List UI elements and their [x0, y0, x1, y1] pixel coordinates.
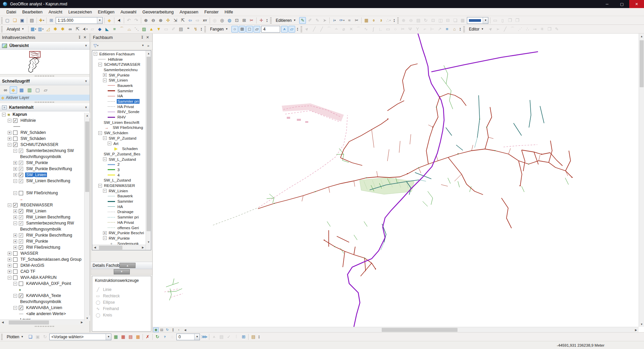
fachbaum-tree-item[interactable]: −SCHMUTZWASSER: [92, 62, 146, 67]
layer-checkbox[interactable]: ✓: [19, 221, 23, 226]
annotation-construct-down-icon[interactable]: ▼: [155, 26, 162, 33]
layer-checkbox[interactable]: [13, 276, 17, 280]
toolbar-grip[interactable]: [301, 26, 302, 32]
layer-checkbox[interactable]: [13, 137, 17, 141]
construction-tool-ellipse[interactable]: ◯Ellipse: [95, 299, 148, 305]
expand-icon[interactable]: +: [13, 167, 17, 171]
zoom-in-icon[interactable]: ⊕: [143, 17, 149, 24]
toolbar-overflow-icon[interactable]: ▾▾: [265, 17, 269, 24]
collapse-icon[interactable]: −: [8, 203, 11, 207]
expand-icon[interactable]: +: [8, 131, 11, 135]
toolbar-overflow-icon[interactable]: ▾▾: [257, 334, 261, 340]
fachbaum-filter-icon[interactable]: ▽▾: [93, 42, 99, 49]
panel-splitter[interactable]: [0, 101, 90, 103]
zoom-out-icon[interactable]: ⊖: [150, 17, 157, 24]
fachbaum-label[interactable]: 4: [117, 173, 120, 178]
layer-label[interactable]: RW_Linien Beschriftung: [25, 215, 71, 219]
construction-tool-rechteck[interactable]: ▭Rechteck: [95, 293, 148, 299]
expand-icon[interactable]: +: [8, 252, 11, 255]
plot-counter[interactable]: 0▼: [176, 334, 200, 340]
fachbaum-tree-item[interactable]: ▶Schaden: [92, 146, 146, 151]
pause-drawing-button[interactable]: ∥: [170, 328, 176, 332]
toc-tree-item[interactable]: −✓SW_Linien Beschriftung: [0, 178, 90, 184]
fachbaum-label[interactable]: SW_L_Zustand: [103, 178, 131, 183]
fachbaum-tree-item[interactable]: SW_Linien Beschrift: [92, 120, 146, 125]
map-canvas[interactable]: [153, 34, 639, 327]
uebersicht-header[interactable]: Übersicht ▼: [0, 42, 90, 50]
layer-checkbox[interactable]: ✓: [19, 215, 23, 219]
toc-tree-item[interactable]: +CAD TF: [0, 268, 90, 275]
expand-icon[interactable]: +: [13, 161, 17, 165]
menu-lesezeichen[interactable]: Lesezeichen: [65, 9, 95, 15]
fachbaum-label[interactable]: Drainage: [117, 209, 134, 214]
layer-label[interactable]: RW_Linien: [25, 209, 47, 213]
refresh-draw-button[interactable]: ↻: [165, 328, 170, 332]
fangen-menu[interactable]: Fangen▼: [208, 26, 230, 33]
construction-tool-kreis[interactable]: ◯Kreis: [95, 312, 148, 318]
toc-vertical-scrollbar[interactable]: ▲ ▼: [84, 113, 90, 321]
fachbaum-tree-item[interactable]: HA: [92, 94, 146, 99]
collapse-icon[interactable]: −: [13, 221, 17, 225]
fachbaum-label[interactable]: SW_Punkte: [108, 73, 130, 78]
fachbaum-tree-item[interactable]: +SW_Punkte: [92, 72, 146, 78]
layer-checkbox[interactable]: ✓: [13, 203, 17, 207]
fachbaum-tree-item[interactable]: Sammlerbezeichnu: [92, 67, 146, 72]
toolbar-grip[interactable]: [1, 334, 3, 340]
expand-icon[interactable]: +: [13, 246, 17, 249]
expand-icon[interactable]: +: [103, 231, 107, 235]
collapse-icon[interactable]: −: [13, 294, 17, 298]
collapse-down-icon[interactable]: ▼: [114, 269, 130, 275]
layer-label[interactable]: SW_Punkte Beschriftung: [25, 166, 73, 171]
collapse-icon[interactable]: −: [8, 143, 11, 147]
toc-tree-item[interactable]: +✓RW_Punkte Beschriftung: [0, 232, 90, 238]
dropdown-arrow-icon[interactable]: ▼: [140, 43, 146, 48]
toc-tree-item[interactable]: −✓REGENWASSER: [0, 202, 90, 208]
layer-checkbox[interactable]: [13, 269, 17, 274]
annotation-3-icon[interactable]: 3: [378, 17, 384, 24]
layer-label[interactable]: <alle anderen Werte>: [25, 311, 67, 316]
toc-tree-item[interactable]: [0, 123, 90, 130]
layers-green-icon[interactable]: ≡: [111, 26, 118, 33]
fixed-zoom-in-icon[interactable]: ⇲: [172, 17, 179, 24]
measure-small-icon[interactable]: ⌒: [118, 26, 125, 33]
collapse-icon[interactable]: −: [2, 113, 6, 116]
layer-checkbox[interactable]: ✓: [19, 161, 23, 165]
collapse-icon[interactable]: −: [13, 282, 17, 286]
plotten-menu[interactable]: Plotten▼: [4, 334, 26, 340]
toolbar-overflow-icon[interactable]: ▾▾: [392, 17, 396, 24]
close-icon[interactable]: ✕: [145, 35, 150, 40]
fachbaum-tree-item[interactable]: Bauwerk: [92, 83, 146, 88]
new-plot-table-icon[interactable]: ▦: [112, 334, 119, 340]
fachbaum-tree-item[interactable]: −REGENWASSER: [92, 183, 146, 188]
toc-tree-item[interactable]: −✓KAWVAABA_Linien: [0, 305, 90, 311]
toc-tree-item[interactable]: +SW_Schäden: [0, 136, 90, 142]
layer-label[interactable]: Hilfslinie: [19, 118, 37, 123]
toc-tree-item[interactable]: −SW Fließrichtung: [0, 190, 90, 196]
layer-label[interactable]: WASSER: [19, 251, 39, 256]
layer-label[interactable]: KAWVAABA_DXF_Point: [25, 281, 72, 286]
layer-label[interactable]: SW Fließrichtung: [25, 191, 59, 195]
toc-tree-item[interactable]: −✓Sammlerbezeichnung RW: [0, 220, 90, 226]
measure-scissors-icon[interactable]: ✂: [248, 17, 255, 24]
layer-label[interactable]: RW_Punkte: [25, 239, 49, 244]
collapse-icon[interactable]: −: [13, 179, 17, 183]
menu-datei[interactable]: Datei: [3, 9, 19, 15]
toolbar-overflow-icon[interactable]: ▾▾: [458, 26, 462, 33]
layer-checkbox[interactable]: [13, 131, 17, 135]
toc-tree-item[interactable]: −WVA ABA KAPRUN: [0, 275, 90, 281]
reshape-feature-icon[interactable]: ≈: [346, 17, 353, 24]
fachbaum-horizontal-scrollbar[interactable]: ◀ ▶: [92, 245, 146, 250]
toc-tree-item[interactable]: +✓RW_Punkte: [0, 238, 90, 244]
construction-tool-freihand[interactable]: ∿Freihand: [95, 305, 148, 312]
toc-tree-item[interactable]: Beschriftungssymbolik: [0, 154, 90, 160]
collapse-icon[interactable]: −: [103, 236, 107, 240]
fachbaum-label[interactable]: SCHMUTZWASSER: [103, 62, 141, 67]
toc-tree-item[interactable]: +✓SW_Linien: [0, 172, 90, 178]
find-page-icon[interactable]: ▤: [177, 26, 184, 33]
toc-tree-item[interactable]: +✓SW_Punkte: [0, 160, 90, 166]
zoom-full-extent-icon[interactable]: ⊛: [157, 17, 164, 24]
fachbaum-tree-item[interactable]: Bauwerk: [92, 194, 146, 199]
active-layer-diamond-icon[interactable]: ◆: [106, 17, 113, 24]
fachbaum-tree-item[interactable]: −Editieren Fachbaum: [92, 51, 146, 57]
expand-icon[interactable]: +: [13, 173, 17, 177]
